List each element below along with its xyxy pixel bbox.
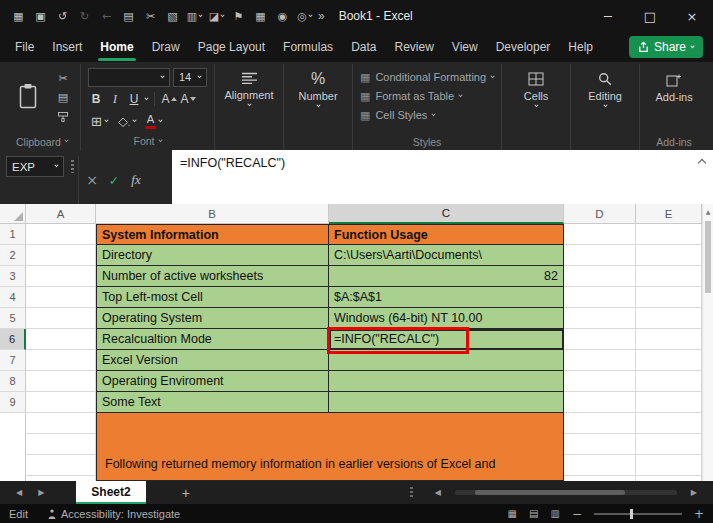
row-header-1[interactable]: 1 — [0, 224, 26, 245]
select-all-button[interactable] — [0, 204, 26, 224]
cell-A2[interactable] — [26, 245, 96, 266]
column-header-C[interactable]: C — [329, 204, 564, 224]
underline-button[interactable]: U — [126, 91, 142, 108]
cell-A9[interactable] — [26, 392, 96, 413]
cell-E9[interactable] — [636, 392, 702, 413]
copy-button[interactable]: ▤ — [53, 90, 73, 105]
cell-B4[interactable]: Top Left-most Cell — [96, 287, 329, 308]
copy-icon[interactable]: ▤ — [118, 5, 139, 27]
zoom-slider[interactable] — [594, 513, 682, 515]
cell-B7[interactable]: Excel Version — [96, 350, 329, 371]
number-button[interactable]: % Number — [291, 67, 345, 108]
bold-button[interactable]: B — [88, 91, 104, 108]
qat-overflow-chevron[interactable]: » — [318, 9, 325, 23]
undo-icon[interactable]: ↺ — [52, 5, 73, 27]
row-header-8[interactable]: 8 — [0, 371, 26, 392]
cell-B2[interactable]: Directory — [96, 245, 329, 266]
ribbon-tab-view[interactable]: View — [443, 33, 487, 62]
cell-A-below[interactable] — [26, 413, 96, 481]
cell-D8[interactable] — [564, 371, 636, 392]
row-header-2[interactable]: 2 — [0, 245, 26, 266]
cell-B1[interactable]: System Information — [96, 224, 329, 245]
sheet-nav-left-icon[interactable]: ◀ — [8, 488, 30, 497]
close-button[interactable]: × — [671, 0, 713, 32]
font-color-button[interactable]: A — [142, 113, 165, 131]
picture-icon[interactable]: ▧ — [162, 5, 183, 27]
horizontal-scrollbar-thumb[interactable] — [475, 490, 625, 495]
addins-button[interactable]: Add-ins — [647, 67, 701, 103]
cell-E7[interactable] — [636, 350, 702, 371]
cell-E2[interactable] — [636, 245, 702, 266]
cell-E6[interactable] — [636, 329, 702, 350]
sheet-nav-right-icon[interactable]: ▶ — [30, 488, 52, 497]
row-header-7[interactable]: 7 — [0, 350, 26, 371]
drag-handle[interactable] — [71, 160, 74, 173]
minimize-button[interactable]: ─ — [587, 0, 629, 32]
ribbon-tab-home[interactable]: Home — [91, 33, 142, 62]
zoom-out-button[interactable]: − — [572, 507, 582, 521]
column-header-B[interactable]: B — [96, 204, 329, 224]
column-header-D[interactable]: D — [564, 204, 636, 224]
scroll-right-icon[interactable]: ▶ — [683, 488, 705, 497]
ribbon-tab-insert[interactable]: Insert — [43, 33, 91, 62]
merged-info-cell[interactable]: Following returned memory information in… — [96, 413, 564, 481]
cell-E4[interactable] — [636, 287, 702, 308]
cell-D5[interactable] — [564, 308, 636, 329]
zoom-slider-thumb[interactable] — [630, 509, 633, 519]
cell-C4[interactable]: $A:$A$1 — [329, 287, 564, 308]
increase-font-size-button[interactable]: A — [161, 91, 177, 108]
redo-icon[interactable]: ↻ — [74, 5, 95, 27]
cut-button[interactable]: ✂ — [53, 71, 73, 86]
scroll-up-icon[interactable]: ▲ — [703, 204, 713, 215]
cell-A4[interactable] — [26, 287, 96, 308]
cell-B5[interactable]: Operating System — [96, 308, 329, 329]
row-header-5[interactable]: 5 — [0, 308, 26, 329]
ribbon-tab-file[interactable]: File — [6, 33, 43, 62]
cell-A6[interactable] — [26, 329, 96, 350]
row-header-6[interactable]: 6 — [0, 329, 26, 350]
cell-C3[interactable]: 82 — [329, 266, 564, 287]
cell-styles-button[interactable]: ▦ Cell Styles — [360, 106, 494, 124]
accessibility-checker[interactable]: Accessibility: Investigate — [47, 508, 180, 520]
cell-E8[interactable] — [636, 371, 702, 392]
row-header-4[interactable]: 4 — [0, 287, 26, 308]
alignment-button[interactable]: Alignment — [222, 67, 276, 107]
enter-button[interactable]: ✓ — [104, 170, 124, 190]
row-header-3[interactable]: 3 — [0, 266, 26, 287]
vertical-scrollbar[interactable]: ▲ — [702, 204, 713, 481]
paste-button[interactable] — [11, 67, 45, 125]
italic-button[interactable]: I — [107, 91, 123, 108]
page-layout-view-button[interactable]: ▤ — [529, 508, 538, 519]
cell-A7[interactable] — [26, 350, 96, 371]
font-size-select[interactable]: 14 — [173, 68, 207, 87]
vertical-scrollbar-thumb[interactable] — [705, 221, 711, 293]
editing-button[interactable]: Editing — [578, 67, 632, 108]
format-painter-button[interactable] — [53, 109, 73, 124]
cell-C5[interactable]: Windows (64-bit) NT 10.00 — [329, 308, 564, 329]
cell-B8[interactable]: Operating Enviroment — [96, 371, 329, 392]
cell-B3[interactable]: Number of active worksheets — [96, 266, 329, 287]
back-icon[interactable]: ← — [96, 5, 117, 27]
insert-function-button[interactable]: fx — [126, 170, 146, 190]
share-button[interactable]: Share — [629, 36, 703, 58]
ribbon-tab-help[interactable]: Help — [559, 33, 602, 62]
column-header-A[interactable]: A — [26, 204, 96, 224]
font-name-select[interactable] — [88, 68, 170, 87]
normal-view-button[interactable]: ▦ — [508, 508, 517, 519]
collapse-formula-bar-icon[interactable] — [698, 159, 706, 167]
ribbon-tab-formulas[interactable]: Formulas — [274, 33, 342, 62]
cell-C9[interactable] — [329, 392, 564, 413]
cell-E5[interactable] — [636, 308, 702, 329]
ribbon-tab-review[interactable]: Review — [385, 33, 442, 62]
insert-table-icon[interactable]: ▦ — [250, 5, 271, 27]
font-group-label[interactable]: Font — [88, 134, 207, 149]
cell-E1[interactable] — [636, 224, 702, 245]
cell-D2[interactable] — [564, 245, 636, 266]
cell-C2[interactable]: C:\Users\Aarti\Documents\ — [329, 245, 564, 266]
cancel-button[interactable]: × — [82, 170, 102, 190]
sheet-tab-sheet2[interactable]: Sheet2 — [76, 481, 145, 504]
zoom-in-button[interactable]: + — [694, 507, 704, 521]
new-sheet-button[interactable]: + — [176, 485, 196, 501]
cell-D-below[interactable] — [564, 413, 636, 481]
cell-D9[interactable] — [564, 392, 636, 413]
